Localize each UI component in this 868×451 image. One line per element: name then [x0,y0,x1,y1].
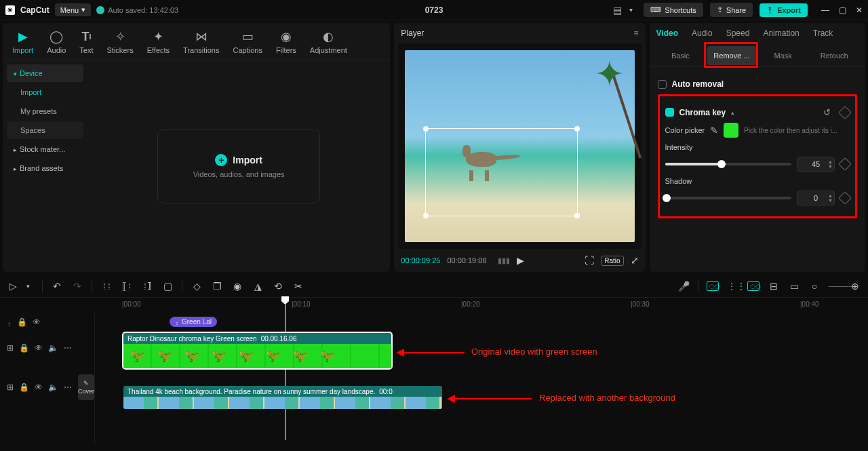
split-icon[interactable]: ⸽⸽ [100,281,113,292]
resize-handle[interactable] [423,126,429,132]
link-icon[interactable]: ⍚ [7,317,12,327]
select-tool-icon[interactable]: ▷ [7,281,19,292]
player-menu-icon[interactable]: ≡ [634,28,639,38]
zoom-out-icon[interactable]: ○ [808,281,821,292]
scale-fit-icon[interactable]: ⛶ [585,255,594,266]
tab-audio[interactable]: ◯Audio [40,27,73,60]
chevron-down-icon[interactable]: ▾ [625,4,637,16]
mute-icon[interactable]: 🔈 [48,343,58,353]
shortcuts-button[interactable]: ⌨ Shortcuts [644,3,703,17]
mirror-icon[interactable]: ◮ [252,281,264,292]
clip-video-background[interactable]: Thailand 4k beach background. Paradise n… [123,386,442,409]
timeline-tracks[interactable]: ⍚ Green Lal Raptor Dinosaur chroma key G… [95,313,868,444]
tab-effects[interactable]: ✦Effects [140,27,176,60]
sidebar-item-presets[interactable]: My presets [7,102,83,120]
subtab-remove[interactable]: Remove ... [707,46,757,65]
lock-icon[interactable]: 🔒 [17,317,27,327]
trim-left-icon[interactable]: ⟦⸽ [121,281,133,292]
maximize-button[interactable]: ▢ [839,5,846,15]
shadow-slider[interactable] [665,197,791,199]
compare-icon[interactable]: ▮▮▮ [498,256,510,265]
tab-text[interactable]: TIText [73,27,100,60]
track-mode2-icon[interactable]: ⋮⋮ [727,281,739,292]
play-button[interactable]: ▶ [517,255,524,266]
track-head-tags[interactable]: ⍚ 🔒 👁 [0,313,94,332]
subtab-basic[interactable]: Basic [656,46,706,65]
chevron-down-icon[interactable]: ▾ [22,283,34,290]
sidebar-item-spaces[interactable]: Spaces [7,121,83,139]
keyframe-icon[interactable] [838,191,852,205]
share-button[interactable]: ⇪ Share [710,3,753,17]
reset-icon[interactable]: ↺ [823,107,831,117]
cover-button[interactable]: ✎ Cover [78,374,94,400]
shadow-value[interactable]: 0▲▼ [797,191,835,205]
layout-icon[interactable]: ▤ [611,4,623,16]
chroma-key-row[interactable]: Chroma key ▴ ↺ [665,107,850,117]
undo-icon[interactable]: ↶ [51,281,63,292]
redo-icon[interactable]: ↷ [71,281,83,292]
eye-icon[interactable]: 👁 [35,343,43,353]
subtab-mask[interactable]: Mask [758,46,808,65]
eye-icon[interactable]: 👁 [33,317,41,327]
copy-icon[interactable]: ❐ [211,281,223,292]
trim-right-icon[interactable]: ⸽⟧ [141,281,153,292]
mute-icon[interactable]: 🔈 [48,383,58,392]
tab-stickers[interactable]: ✧Stickers [100,27,140,60]
reverse-icon[interactable]: ◉ [231,281,243,292]
rotate-icon[interactable]: ⟲ [272,281,284,292]
checkbox-chroma[interactable] [665,108,674,117]
tab-track[interactable]: Track [813,28,833,42]
tab-filters[interactable]: ◉Filters [269,27,303,60]
selection-box[interactable] [425,128,578,216]
clip-tag[interactable]: ⍚ Green Lal [170,317,217,327]
track-head-v2[interactable]: ⊞ 🔒 👁 🔈 ⋯ [0,332,94,364]
keyframe-icon[interactable] [838,106,852,119]
delete-icon[interactable]: ▢ [161,281,174,292]
zoom-in-icon[interactable]: ⊕ [849,281,861,292]
expand-icon[interactable]: ⊞ [7,343,14,353]
tab-speed[interactable]: Speed [726,28,750,42]
timeline-ruler[interactable]: |00:00 |00:10 |00:20 |00:30 |00:40 [95,298,868,313]
ratio-button[interactable]: Ratio [601,256,623,266]
checkbox-auto-removal[interactable] [658,80,667,89]
expand-icon[interactable]: ⊞ [7,383,14,392]
minimize-button[interactable]: — [821,5,829,15]
tab-import[interactable]: ▶Import [5,27,40,60]
tab-captions[interactable]: ▭Captions [226,27,269,60]
more-icon[interactable]: ⋯ [64,383,73,392]
tab-adjustment[interactable]: ◐Adjustment [303,27,354,60]
lock-icon[interactable]: 🔒 [19,383,29,392]
track-mode1-icon[interactable]: ◌◌ [707,281,719,291]
clip-video-greenscreen[interactable]: Raptor Dinosaur chroma key Green screen0… [123,333,391,368]
sidebar-item-import[interactable]: Import [7,83,83,101]
align-icon[interactable]: ⊟ [768,281,780,292]
sidebar-item-brand[interactable]: ▸Brand assets [7,159,83,177]
sidebar-item-stock[interactable]: ▸Stock mater... [7,140,83,158]
eye-icon[interactable]: 👁 [35,383,43,392]
tab-video[interactable]: Video [656,28,678,42]
color-swatch[interactable] [724,123,738,138]
more-icon[interactable]: ⋯ [64,343,73,353]
fullscreen-icon[interactable]: ⤢ [631,255,639,266]
chevron-up-icon[interactable]: ▴ [731,109,734,116]
track-mode3-icon[interactable]: ◌◌ [747,281,760,291]
auto-removal-row[interactable]: Auto removal [658,79,857,89]
intensity-slider[interactable] [665,163,791,165]
subtab-retouch[interactable]: Retouch [809,46,859,65]
project-title[interactable]: 0723 [425,5,443,15]
marker-icon[interactable]: ◇ [191,281,203,292]
tab-audio[interactable]: Audio [692,28,713,42]
intensity-value[interactable]: 45▲▼ [797,157,835,172]
tab-animation[interactable]: Animation [763,28,799,42]
track-head-v1[interactable]: ⊞ 🔒 👁 🔈 ⋯ ✎ Cover [0,364,94,410]
zoom-slider[interactable]: ──── [829,281,841,292]
player-stage[interactable] [398,43,641,249]
panel-icon[interactable]: ▭ [788,281,800,292]
lock-icon[interactable]: 🔒 [19,343,29,353]
export-button[interactable]: ⭱ Export [760,3,808,17]
close-button[interactable]: ✕ [856,5,863,15]
menu-button[interactable]: Menu ▾ [55,3,92,16]
keyframe-icon[interactable] [838,157,852,171]
mic-icon[interactable]: 🎤 [677,281,690,292]
tab-transitions[interactable]: ⋈Transitions [176,27,226,60]
